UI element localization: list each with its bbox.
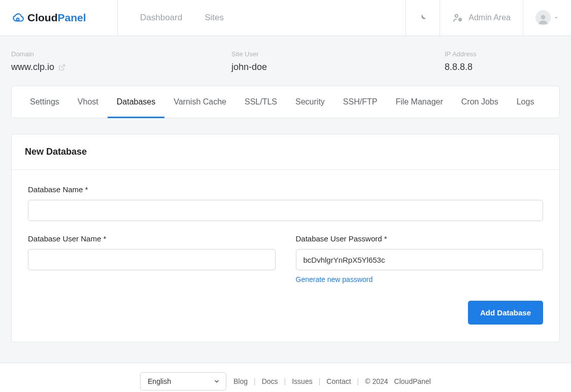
top-right: Admin Area — [406, 0, 571, 35]
tab-security[interactable]: Security — [286, 86, 334, 118]
content: Domain www.clp.io Site User john-doe IP … — [0, 36, 571, 342]
main-nav: Dashboard Sites — [118, 13, 406, 23]
footer-copyright: © 2024 — [365, 377, 388, 385]
domain-value: www.clp.io — [11, 62, 99, 73]
footer: English Blog | Docs | Issues | Contact |… — [0, 363, 571, 392]
add-database-button[interactable]: Add Database — [468, 301, 543, 325]
db-password-label: Database User Password * — [296, 234, 544, 243]
external-link-icon[interactable] — [58, 64, 65, 71]
db-user-input[interactable] — [28, 249, 276, 270]
db-user-label: Database User Name * — [28, 234, 276, 243]
tab-file-manager[interactable]: File Manager — [386, 86, 452, 118]
users-gear-icon — [452, 12, 463, 23]
panel-body: Database Name * Database User Name * Dat… — [12, 170, 559, 342]
footer-blog[interactable]: Blog — [233, 377, 248, 385]
avatar-icon — [536, 12, 550, 25]
nav-dashboard[interactable]: Dashboard — [140, 13, 182, 23]
avatar — [535, 10, 551, 25]
tabs: Settings Vhost Databases Varnish Cache S… — [11, 86, 560, 118]
tab-vhost[interactable]: Vhost — [69, 86, 108, 118]
nav-sites[interactable]: Sites — [205, 13, 224, 23]
svg-point-1 — [455, 15, 458, 17]
new-database-panel: New Database Database Name * Database Us… — [11, 134, 560, 342]
db-name-input[interactable] — [28, 200, 543, 221]
panel-header: New Database — [12, 134, 559, 170]
user-menu[interactable] — [523, 0, 571, 35]
tab-logs[interactable]: Logs — [508, 86, 544, 118]
site-info: Domain www.clp.io Site User john-doe IP … — [11, 36, 560, 86]
logo[interactable]: CloudPanel — [0, 0, 118, 35]
chevron-down-icon — [554, 15, 559, 20]
cloud-icon — [11, 11, 24, 24]
db-name-label: Database Name * — [28, 185, 543, 194]
admin-area-link[interactable]: Admin Area — [440, 0, 523, 35]
site-user-label: Site User — [231, 50, 313, 58]
topbar: CloudPanel Dashboard Sites Admin Area — [0, 0, 571, 36]
footer-brand: CloudPanel — [394, 377, 431, 385]
footer-docs[interactable]: Docs — [262, 377, 278, 385]
tab-cron[interactable]: Cron Jobs — [452, 86, 508, 118]
ip-label: IP Address — [445, 50, 477, 58]
tab-ssl[interactable]: SSL/TLS — [236, 86, 286, 118]
site-user-value: john-doe — [231, 62, 313, 73]
language-select-wrap: English — [140, 372, 226, 390]
logo-text: CloudPanel — [27, 12, 86, 24]
domain-label: Domain — [11, 50, 99, 58]
tab-ssh[interactable]: SSH/FTP — [334, 86, 387, 118]
footer-links: Blog | Docs | Issues | Contact | © 2024 … — [233, 377, 431, 385]
panel-title: New Database — [25, 147, 546, 157]
tab-varnish[interactable]: Varnish Cache — [164, 86, 236, 118]
svg-point-0 — [17, 18, 19, 21]
language-select[interactable]: English — [140, 372, 226, 390]
tab-settings[interactable]: Settings — [21, 86, 69, 118]
admin-area-label: Admin Area — [468, 13, 511, 22]
theme-toggle[interactable] — [406, 0, 440, 35]
moon-icon — [418, 13, 427, 22]
db-password-input[interactable] — [296, 249, 544, 270]
svg-point-3 — [541, 15, 546, 19]
generate-password-link[interactable]: Generate new password — [296, 275, 373, 283]
ip-value: 8.8.8.8 — [445, 62, 477, 73]
footer-issues[interactable]: Issues — [292, 377, 312, 385]
tab-databases[interactable]: Databases — [108, 86, 165, 118]
footer-contact[interactable]: Contact — [326, 377, 351, 385]
